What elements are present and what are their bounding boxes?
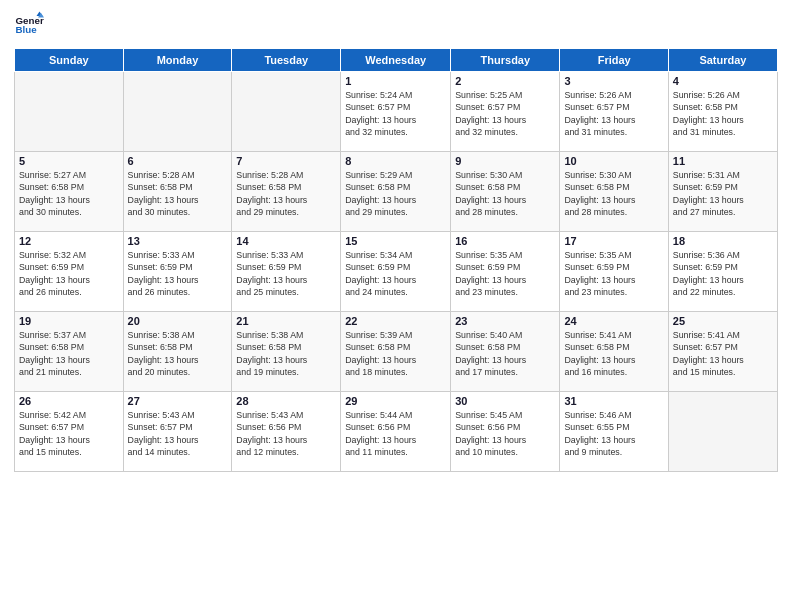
day-info: Sunrise: 5:32 AM Sunset: 6:59 PM Dayligh…: [19, 249, 119, 298]
day-number: 8: [345, 155, 446, 167]
day-number: 9: [455, 155, 555, 167]
day-info: Sunrise: 5:35 AM Sunset: 6:59 PM Dayligh…: [564, 249, 663, 298]
day-number: 24: [564, 315, 663, 327]
day-info: Sunrise: 5:28 AM Sunset: 6:58 PM Dayligh…: [128, 169, 228, 218]
day-info: Sunrise: 5:36 AM Sunset: 6:59 PM Dayligh…: [673, 249, 773, 298]
logo: General Blue: [14, 10, 48, 40]
calendar-cell: 4Sunrise: 5:26 AM Sunset: 6:58 PM Daylig…: [668, 72, 777, 152]
day-number: 28: [236, 395, 336, 407]
calendar-week-2: 5Sunrise: 5:27 AM Sunset: 6:58 PM Daylig…: [15, 152, 778, 232]
day-info: Sunrise: 5:25 AM Sunset: 6:57 PM Dayligh…: [455, 89, 555, 138]
calendar-cell: [668, 392, 777, 472]
col-header-saturday: Saturday: [668, 49, 777, 72]
col-header-friday: Friday: [560, 49, 668, 72]
calendar-cell: 16Sunrise: 5:35 AM Sunset: 6:59 PM Dayli…: [451, 232, 560, 312]
day-info: Sunrise: 5:28 AM Sunset: 6:58 PM Dayligh…: [236, 169, 336, 218]
day-info: Sunrise: 5:39 AM Sunset: 6:58 PM Dayligh…: [345, 329, 446, 378]
calendar-cell: [15, 72, 124, 152]
day-number: 19: [19, 315, 119, 327]
day-number: 31: [564, 395, 663, 407]
day-number: 26: [19, 395, 119, 407]
day-number: 25: [673, 315, 773, 327]
col-header-wednesday: Wednesday: [341, 49, 451, 72]
day-info: Sunrise: 5:35 AM Sunset: 6:59 PM Dayligh…: [455, 249, 555, 298]
day-info: Sunrise: 5:30 AM Sunset: 6:58 PM Dayligh…: [564, 169, 663, 218]
calendar-cell: 20Sunrise: 5:38 AM Sunset: 6:58 PM Dayli…: [123, 312, 232, 392]
calendar-cell: [232, 72, 341, 152]
calendar-cell: [123, 72, 232, 152]
day-number: 15: [345, 235, 446, 247]
day-number: 17: [564, 235, 663, 247]
logo-icon: General Blue: [14, 10, 44, 40]
col-header-monday: Monday: [123, 49, 232, 72]
calendar-cell: 13Sunrise: 5:33 AM Sunset: 6:59 PM Dayli…: [123, 232, 232, 312]
calendar-week-3: 12Sunrise: 5:32 AM Sunset: 6:59 PM Dayli…: [15, 232, 778, 312]
day-number: 2: [455, 75, 555, 87]
day-number: 21: [236, 315, 336, 327]
calendar-cell: 26Sunrise: 5:42 AM Sunset: 6:57 PM Dayli…: [15, 392, 124, 472]
day-number: 6: [128, 155, 228, 167]
calendar-cell: 14Sunrise: 5:33 AM Sunset: 6:59 PM Dayli…: [232, 232, 341, 312]
calendar-cell: 6Sunrise: 5:28 AM Sunset: 6:58 PM Daylig…: [123, 152, 232, 232]
day-number: 27: [128, 395, 228, 407]
day-info: Sunrise: 5:40 AM Sunset: 6:58 PM Dayligh…: [455, 329, 555, 378]
day-info: Sunrise: 5:29 AM Sunset: 6:58 PM Dayligh…: [345, 169, 446, 218]
day-number: 7: [236, 155, 336, 167]
calendar-cell: 25Sunrise: 5:41 AM Sunset: 6:57 PM Dayli…: [668, 312, 777, 392]
day-info: Sunrise: 5:37 AM Sunset: 6:58 PM Dayligh…: [19, 329, 119, 378]
calendar-cell: 7Sunrise: 5:28 AM Sunset: 6:58 PM Daylig…: [232, 152, 341, 232]
calendar-cell: 18Sunrise: 5:36 AM Sunset: 6:59 PM Dayli…: [668, 232, 777, 312]
day-number: 29: [345, 395, 446, 407]
day-number: 18: [673, 235, 773, 247]
day-number: 30: [455, 395, 555, 407]
day-info: Sunrise: 5:26 AM Sunset: 6:57 PM Dayligh…: [564, 89, 663, 138]
day-info: Sunrise: 5:34 AM Sunset: 6:59 PM Dayligh…: [345, 249, 446, 298]
day-number: 16: [455, 235, 555, 247]
col-header-thursday: Thursday: [451, 49, 560, 72]
calendar-cell: 10Sunrise: 5:30 AM Sunset: 6:58 PM Dayli…: [560, 152, 668, 232]
calendar-cell: 27Sunrise: 5:43 AM Sunset: 6:57 PM Dayli…: [123, 392, 232, 472]
calendar-cell: 9Sunrise: 5:30 AM Sunset: 6:58 PM Daylig…: [451, 152, 560, 232]
day-info: Sunrise: 5:24 AM Sunset: 6:57 PM Dayligh…: [345, 89, 446, 138]
day-number: 1: [345, 75, 446, 87]
calendar-week-4: 19Sunrise: 5:37 AM Sunset: 6:58 PM Dayli…: [15, 312, 778, 392]
calendar-cell: 17Sunrise: 5:35 AM Sunset: 6:59 PM Dayli…: [560, 232, 668, 312]
day-info: Sunrise: 5:42 AM Sunset: 6:57 PM Dayligh…: [19, 409, 119, 458]
calendar-cell: 22Sunrise: 5:39 AM Sunset: 6:58 PM Dayli…: [341, 312, 451, 392]
calendar-cell: 29Sunrise: 5:44 AM Sunset: 6:56 PM Dayli…: [341, 392, 451, 472]
day-info: Sunrise: 5:41 AM Sunset: 6:57 PM Dayligh…: [673, 329, 773, 378]
calendar-cell: 12Sunrise: 5:32 AM Sunset: 6:59 PM Dayli…: [15, 232, 124, 312]
calendar-cell: 30Sunrise: 5:45 AM Sunset: 6:56 PM Dayli…: [451, 392, 560, 472]
calendar-cell: 31Sunrise: 5:46 AM Sunset: 6:55 PM Dayli…: [560, 392, 668, 472]
day-info: Sunrise: 5:44 AM Sunset: 6:56 PM Dayligh…: [345, 409, 446, 458]
calendar-cell: 24Sunrise: 5:41 AM Sunset: 6:58 PM Dayli…: [560, 312, 668, 392]
svg-text:Blue: Blue: [16, 24, 38, 35]
day-number: 20: [128, 315, 228, 327]
day-number: 11: [673, 155, 773, 167]
day-info: Sunrise: 5:30 AM Sunset: 6:58 PM Dayligh…: [455, 169, 555, 218]
day-number: 5: [19, 155, 119, 167]
day-info: Sunrise: 5:38 AM Sunset: 6:58 PM Dayligh…: [236, 329, 336, 378]
day-number: 3: [564, 75, 663, 87]
col-header-tuesday: Tuesday: [232, 49, 341, 72]
day-number: 14: [236, 235, 336, 247]
day-number: 4: [673, 75, 773, 87]
calendar-cell: 19Sunrise: 5:37 AM Sunset: 6:58 PM Dayli…: [15, 312, 124, 392]
calendar-cell: 1Sunrise: 5:24 AM Sunset: 6:57 PM Daylig…: [341, 72, 451, 152]
header: General Blue: [14, 10, 778, 40]
day-info: Sunrise: 5:33 AM Sunset: 6:59 PM Dayligh…: [236, 249, 336, 298]
day-number: 10: [564, 155, 663, 167]
calendar-cell: 28Sunrise: 5:43 AM Sunset: 6:56 PM Dayli…: [232, 392, 341, 472]
calendar-cell: 21Sunrise: 5:38 AM Sunset: 6:58 PM Dayli…: [232, 312, 341, 392]
day-info: Sunrise: 5:31 AM Sunset: 6:59 PM Dayligh…: [673, 169, 773, 218]
day-info: Sunrise: 5:33 AM Sunset: 6:59 PM Dayligh…: [128, 249, 228, 298]
calendar-cell: 5Sunrise: 5:27 AM Sunset: 6:58 PM Daylig…: [15, 152, 124, 232]
day-number: 22: [345, 315, 446, 327]
day-info: Sunrise: 5:43 AM Sunset: 6:56 PM Dayligh…: [236, 409, 336, 458]
calendar-week-1: 1Sunrise: 5:24 AM Sunset: 6:57 PM Daylig…: [15, 72, 778, 152]
day-info: Sunrise: 5:45 AM Sunset: 6:56 PM Dayligh…: [455, 409, 555, 458]
calendar-cell: 8Sunrise: 5:29 AM Sunset: 6:58 PM Daylig…: [341, 152, 451, 232]
calendar-cell: 3Sunrise: 5:26 AM Sunset: 6:57 PM Daylig…: [560, 72, 668, 152]
day-number: 13: [128, 235, 228, 247]
calendar-cell: 23Sunrise: 5:40 AM Sunset: 6:58 PM Dayli…: [451, 312, 560, 392]
